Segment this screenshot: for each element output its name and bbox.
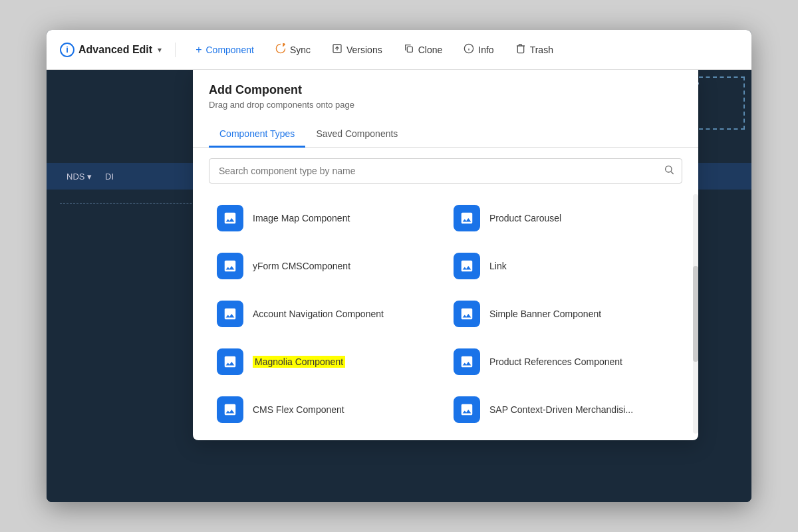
list-item[interactable]: Product References Component <box>446 338 682 386</box>
search-input[interactable] <box>209 158 682 184</box>
info-circle-icon: i <box>60 43 74 57</box>
component-icon <box>454 348 480 375</box>
list-item[interactable]: Product Carousel <box>446 194 682 242</box>
component-icon <box>217 205 243 231</box>
browser-window: i Advanced Edit ▾ + Component Syn <box>47 30 751 502</box>
list-item[interactable]: yForm CMSComponent <box>209 242 446 290</box>
search-wrapper <box>209 158 682 184</box>
toolbar-left: i Advanced Edit ▾ <box>60 43 176 57</box>
component-icon <box>454 253 480 279</box>
chevron-down-icon[interactable]: ▾ <box>158 45 162 55</box>
component-name: Image Map Component <box>253 213 350 223</box>
toolbar-actions: + Component Sync <box>176 39 738 61</box>
component-name: yForm CMSComponent <box>253 261 350 271</box>
component-icon <box>217 301 243 327</box>
versions-icon <box>332 43 342 57</box>
add-component-button[interactable]: + Component <box>186 40 263 60</box>
component-name: SAP Context-Driven Merchandisi... <box>489 404 633 415</box>
svg-point-5 <box>666 166 672 172</box>
list-item[interactable]: Image Map Component <box>209 194 446 242</box>
panel-subtitle: Drag and drop components onto page <box>209 100 682 110</box>
list-item[interactable]: Magnolia Component <box>209 338 446 386</box>
component-icon <box>454 301 480 327</box>
component-icon <box>454 396 480 423</box>
list-item[interactable]: Account Navigation Component <box>209 290 446 338</box>
component-name: Link <box>489 261 507 271</box>
component-name: Product References Component <box>489 356 622 367</box>
toolbar: i Advanced Edit ▾ + Component Syn <box>47 30 751 70</box>
trash-button[interactable]: Trash <box>506 39 563 61</box>
component-name: Account Navigation Component <box>253 309 384 319</box>
plus-icon: + <box>196 44 201 56</box>
trash-icon <box>515 43 526 57</box>
svg-rect-1 <box>407 47 412 52</box>
list-item[interactable]: Link <box>446 242 682 290</box>
components-grid: Image Map Component Product Carousel y <box>193 194 698 434</box>
scrollbar-track[interactable] <box>693 194 698 434</box>
component-name: Simple Banner Component <box>489 309 601 319</box>
clone-icon <box>404 43 414 57</box>
component-name-highlighted: Magnolia Component <box>253 356 345 368</box>
panel-title: Add Component <box>209 83 682 97</box>
tab-saved-components[interactable]: Saved Components <box>305 122 408 148</box>
search-area <box>193 148 698 194</box>
info-button[interactable]: Info <box>454 39 503 61</box>
nav-item-di: DI <box>105 172 114 182</box>
info-icon <box>464 43 474 57</box>
search-icon-button[interactable] <box>664 164 674 178</box>
nav-item-nds: NDS ▾ <box>66 172 92 182</box>
clone-button[interactable]: Clone <box>394 39 452 61</box>
list-item[interactable]: Simple Banner Component <box>446 290 682 338</box>
component-name: Product Carousel <box>489 213 561 223</box>
component-icon <box>217 348 243 375</box>
component-name: CMS Flex Component <box>253 404 344 415</box>
tab-component-types[interactable]: Component Types <box>209 122 305 148</box>
component-icon <box>454 205 480 231</box>
svg-line-6 <box>671 172 674 174</box>
versions-button[interactable]: Versions <box>323 39 392 61</box>
sync-icon <box>275 43 286 57</box>
list-item[interactable]: SAP Context-Driven Merchandisi... <box>446 386 682 434</box>
component-icon <box>217 253 243 279</box>
scrollbar-thumb[interactable] <box>693 266 698 362</box>
page-area: AP NDS ▾ DI Add Component Drag and drop … <box>47 70 751 502</box>
advanced-edit-label: Advanced Edit <box>78 44 152 56</box>
add-component-panel: Add Component Drag and drop components o… <box>193 70 698 440</box>
list-item[interactable]: CMS Flex Component <box>209 386 446 434</box>
sync-button[interactable]: Sync <box>266 39 320 61</box>
panel-tabs: Component Types Saved Components <box>193 122 698 148</box>
component-icon <box>217 396 243 423</box>
panel-header: Add Component Drag and drop components o… <box>193 70 698 116</box>
